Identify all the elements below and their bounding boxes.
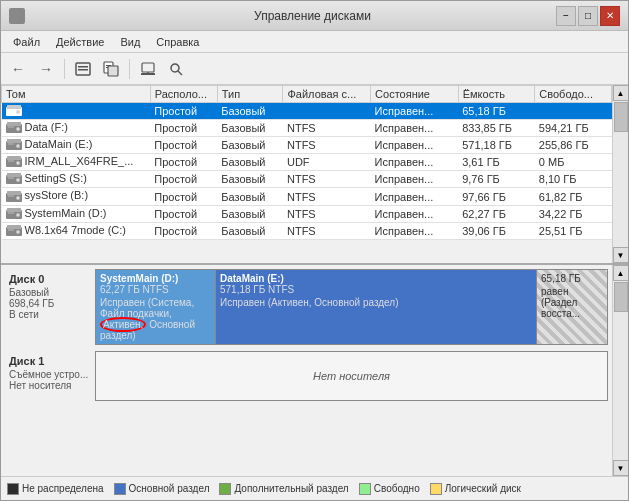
svg-rect-25	[7, 156, 21, 160]
svg-point-34	[16, 196, 20, 200]
svg-rect-33	[7, 191, 21, 195]
disk0-network: В сети	[9, 309, 91, 320]
window-title: Управление дисками	[69, 9, 556, 23]
volume-table: Том Располо... Тип Файловая с... Состоян…	[1, 85, 612, 240]
toolbar-btn-6[interactable]	[163, 56, 189, 82]
svg-line-11	[178, 71, 182, 75]
partition-system-size: 62,27 ГБ NTFS	[100, 284, 211, 295]
svg-point-42	[16, 230, 20, 234]
svg-point-10	[171, 64, 179, 72]
toolbar-btn-5[interactable]	[135, 56, 161, 82]
menu-action[interactable]: Действие	[48, 34, 112, 50]
disk1-label: Диск 1 Съёмное устро... Нет носителя	[5, 351, 95, 401]
table-row[interactable]: DataMain (E:)ПростойБазовыйNTFSИсправен.…	[2, 137, 612, 154]
close-button[interactable]: ✕	[600, 6, 620, 26]
col-header-volume: Том	[2, 86, 151, 103]
disk1-partitions: Нет носителя	[95, 351, 608, 401]
svg-rect-8	[141, 73, 155, 75]
table-row[interactable]: W8.1x64 7mode (C:)ПростойБазовыйNTFSИспр…	[2, 222, 612, 239]
disk-view-wrapper: Диск 0 Базовый 698,64 ГБ В сети SystemMa…	[1, 265, 628, 476]
disk1-no-media: Нет носителя	[313, 370, 390, 382]
partition-system-status: Исправен (Система, Файл подкачки, Активе…	[100, 297, 211, 341]
disk-scroll-thumb[interactable]	[614, 282, 628, 312]
svg-point-26	[16, 161, 20, 165]
disk0-partitions: SystemMain (D:) 62,27 ГБ NTFS Исправен (…	[95, 269, 608, 345]
scroll-down-arrow[interactable]: ▼	[613, 247, 629, 263]
legend-logical-label: Логический диск	[445, 483, 521, 494]
col-header-cap: Ёмкость	[458, 86, 535, 103]
disk0-size: 698,64 ГБ	[9, 298, 91, 309]
disk1-type: Съёмное устро...	[9, 369, 91, 380]
toolbar-separator-1	[64, 59, 65, 79]
partition-data-main[interactable]: DataMain (E:) 571,18 ГБ NTFS Исправен (А…	[216, 270, 537, 344]
title-bar: Управление дисками − □ ✕	[1, 1, 628, 31]
disk-scroll-down[interactable]: ▼	[613, 460, 629, 476]
title-buttons: − □ ✕	[556, 6, 620, 26]
legend-free-label: Свободно	[374, 483, 420, 494]
back-button[interactable]: ←	[5, 56, 31, 82]
menu-bar: Файл Действие Вид Справка	[1, 31, 628, 53]
legend-extended-label: Дополнительный раздел	[234, 483, 348, 494]
svg-rect-15	[8, 110, 14, 111]
active-circle: Активен,	[100, 317, 146, 332]
partition-recovery[interactable]: 65,18 ГБ равен (Раздел восста...	[537, 270, 607, 344]
svg-rect-35	[8, 195, 14, 196]
legend-unallocated-label: Не распределена	[22, 483, 104, 494]
legend-primary: Основной раздел	[114, 483, 210, 495]
legend-bar: Не распределена Основной раздел Дополнит…	[1, 476, 628, 500]
toolbar-btn-3[interactable]	[70, 56, 96, 82]
scroll-thumb[interactable]	[614, 102, 628, 132]
svg-rect-39	[8, 212, 14, 213]
window-icon	[9, 8, 25, 24]
disk0-row: Диск 0 Базовый 698,64 ГБ В сети SystemMa…	[5, 269, 608, 345]
disk1-title: Диск 1	[9, 355, 91, 367]
partition-system-main[interactable]: SystemMain (D:) 62,27 ГБ NTFS Исправен (…	[96, 270, 216, 344]
volume-table-container[interactable]: Том Располо... Тип Файловая с... Состоян…	[1, 85, 612, 263]
menu-view[interactable]: Вид	[112, 34, 148, 50]
table-row[interactable]: SettingS (S:)ПростойБазовыйNTFSИсправен.…	[2, 171, 612, 188]
legend-primary-box	[114, 483, 126, 495]
maximize-button[interactable]: □	[578, 6, 598, 26]
partition-data-size: 571,18 ГБ NTFS	[220, 284, 532, 295]
disk0-title: Диск 0	[9, 273, 91, 285]
svg-rect-17	[7, 122, 21, 126]
table-row[interactable]: Data (F:)ПростойБазовыйNTFSИсправен...83…	[2, 120, 612, 137]
col-header-layout: Располо...	[150, 86, 217, 103]
svg-point-30	[16, 178, 20, 182]
menu-file[interactable]: Файл	[5, 34, 48, 50]
table-row[interactable]: ПростойБазовыйИсправен...65,18 ГБ	[2, 103, 612, 120]
col-header-status: Состояние	[371, 86, 459, 103]
svg-rect-43	[8, 229, 14, 230]
table-scrollbar[interactable]: ▲ ▼	[612, 85, 628, 263]
table-row[interactable]: IRM_ALL_X64FRE_...ПростойБазовыйUDFИспра…	[2, 154, 612, 171]
table-row[interactable]: SystemMain (D:)ПростойБазовыйNTFSИсправе…	[2, 205, 612, 222]
legend-free: Свободно	[359, 483, 420, 495]
partition-data-name: DataMain (E:)	[220, 273, 532, 284]
svg-point-38	[16, 213, 20, 217]
svg-rect-1	[78, 66, 88, 68]
minimize-button[interactable]: −	[556, 6, 576, 26]
toolbar-btn-4[interactable]	[98, 56, 124, 82]
table-row[interactable]: sysStore (B:)ПростойБазовыйNTFSИсправен.…	[2, 188, 612, 205]
legend-primary-label: Основной раздел	[129, 483, 210, 494]
disk1-network: Нет носителя	[9, 380, 91, 391]
disk-scroll-up[interactable]: ▲	[613, 265, 629, 281]
svg-rect-31	[8, 178, 14, 179]
partition-recovery-size: 65,18 ГБ	[541, 273, 603, 284]
disk-scroll-track[interactable]	[613, 281, 628, 460]
disk0-type: Базовый	[9, 287, 91, 298]
svg-rect-29	[7, 173, 21, 177]
svg-point-14	[16, 110, 20, 114]
legend-unallocated-box	[7, 483, 19, 495]
svg-rect-7	[142, 63, 154, 72]
menu-help[interactable]: Справка	[148, 34, 207, 50]
scroll-track[interactable]	[613, 101, 628, 247]
svg-rect-27	[8, 161, 14, 162]
forward-button[interactable]: →	[33, 56, 59, 82]
disk-view[interactable]: Диск 0 Базовый 698,64 ГБ В сети SystemMa…	[1, 265, 612, 476]
disk-view-scrollbar[interactable]: ▲ ▼	[612, 265, 628, 476]
partition-system-name: SystemMain (D:)	[100, 273, 211, 284]
svg-rect-6	[108, 66, 118, 76]
scroll-up-arrow[interactable]: ▲	[613, 85, 629, 101]
toolbar: ← →	[1, 53, 628, 85]
